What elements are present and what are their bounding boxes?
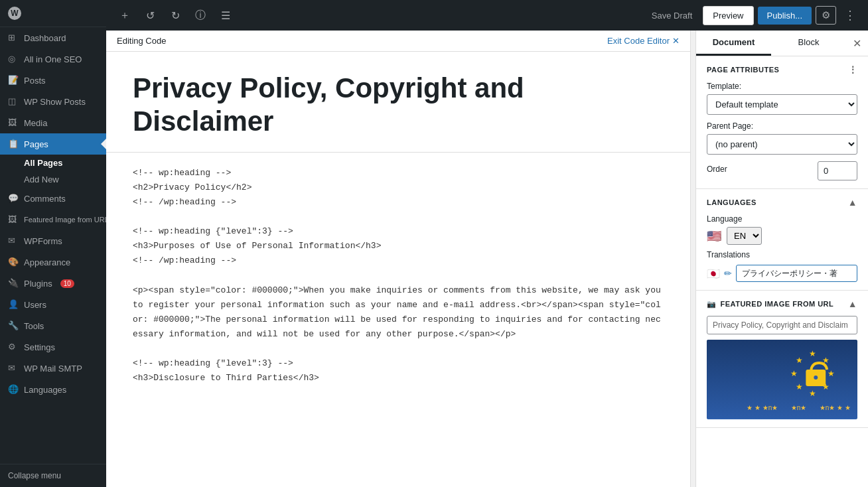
language-select[interactable]: EN (727, 227, 762, 245)
sidebar-item-label: Pages (24, 139, 48, 149)
languages-chevron[interactable]: ▲ (848, 197, 857, 208)
sidebar-item-label: Comments (24, 194, 66, 204)
right-panel: Document Block ✕ Page Attributes ⋮ Templ… (695, 31, 868, 487)
sidebar-item-label: Media (24, 118, 47, 128)
tab-block[interactable]: Block (771, 31, 846, 56)
exit-close-icon: ✕ (672, 36, 680, 46)
undo-button[interactable]: ↺ (139, 5, 161, 26)
languages-label: Languages (707, 198, 757, 206)
order-input[interactable] (818, 161, 857, 180)
settings-gear-button[interactable]: ⚙ (816, 6, 836, 25)
tab-document[interactable]: Document (696, 31, 771, 56)
code-editor-container: Editing Code Exit Code Editor ✕ Privacy … (106, 31, 690, 487)
page-title-area: Privacy Policy, Copyright and Disclaimer (106, 52, 690, 153)
featured-image-url-input[interactable] (707, 316, 857, 334)
sidebar-item-media[interactable]: 🖼 Media (0, 112, 106, 133)
featured-image-chevron[interactable]: ▲ (848, 299, 857, 309)
code-content-area[interactable]: Privacy Policy, Copyright and Disclaimer… (106, 52, 690, 487)
plugins-icon: 🔌 (8, 278, 19, 289)
editor-body: Editing Code Exit Code Editor ✕ Privacy … (106, 31, 868, 487)
svg-rect-0 (707, 340, 857, 419)
page-attributes-header: Page Attributes ⋮ (707, 64, 857, 75)
code-editor-textarea[interactable]: <!-- wp:heading --> <h2>Privacy Policy</… (106, 153, 690, 399)
sidebar-sub-all-pages[interactable]: All Pages (0, 155, 106, 171)
sidebar-item-settings[interactable]: ⚙ Settings (0, 336, 106, 358)
translation-input[interactable] (736, 265, 857, 282)
dashboard-icon: ⊞ (8, 33, 19, 43)
page-attributes-label: Page Attributes (707, 66, 779, 74)
featured-image-header: 📷 Featured Image from URL ▲ (707, 299, 857, 309)
redo-button[interactable]: ↻ (165, 5, 186, 26)
translation-edit-icon[interactable]: ✏ (724, 268, 732, 279)
panel-close-button[interactable]: ✕ (846, 31, 868, 56)
featured-image-inner: ★ ★ ★ ★ ★ ★ ★ ★ (707, 340, 857, 419)
sidebar-item-label: All in One SEO (24, 54, 82, 64)
sidebar-item-appearance[interactable]: 🎨 Appearance (0, 251, 106, 273)
sidebar-item-label: Tools (24, 321, 44, 331)
sidebar-item-featured-image-from-url[interactable]: 🖼 Featured Image from URL (0, 209, 106, 230)
svg-text:★: ★ (809, 349, 816, 358)
exit-code-editor-button[interactable]: Exit Code Editor ✕ (607, 36, 680, 46)
appearance-icon: 🎨 (8, 257, 19, 267)
add-block-button[interactable]: ＋ (114, 5, 135, 26)
sidebar-item-posts[interactable]: 📝 Posts (0, 70, 106, 91)
page-attributes-chevron[interactable]: ⋮ (848, 64, 858, 75)
sidebar-item-wp-show-posts[interactable]: ◫ WP Show Posts (0, 91, 106, 112)
sidebar-item-users[interactable]: 👤 Users (0, 294, 106, 315)
list-view-button[interactable]: ☰ (215, 5, 236, 26)
sidebar-item-languages[interactable]: 🌐 Languages (0, 379, 106, 400)
editing-code-label: Editing Code (117, 36, 166, 46)
panel-tabs: Document Block ✕ (696, 31, 868, 56)
svg-text:★: ★ (828, 369, 835, 378)
comments-icon: 💬 (8, 193, 19, 204)
block-info-button[interactable]: ⓘ (190, 5, 211, 26)
save-draft-button[interactable]: Save Draft (645, 7, 699, 25)
jp-flag-icon: 🇯🇵 (707, 267, 720, 280)
mail-smtp-icon: ✉ (8, 363, 19, 374)
svg-point-10 (814, 376, 818, 380)
translations-label: Translations (707, 250, 857, 259)
publish-button[interactable]: Publish... (758, 7, 812, 25)
order-label: Order (707, 165, 727, 174)
sidebar-item-wp-mail-smtp[interactable]: ✉ WP Mail SMTP (0, 358, 106, 379)
sidebar-item-tools[interactable]: 🔧 Tools (0, 315, 106, 336)
featured-image-icon: 🖼 (8, 214, 19, 225)
scrollbar-track[interactable] (690, 31, 695, 487)
sidebar-item-label: Posts (24, 76, 46, 86)
sidebar-item-label: Appearance (24, 257, 70, 267)
posts-icon: 📝 (8, 75, 19, 86)
sidebar-item-plugins[interactable]: 🔌 Plugins 10 (0, 273, 106, 294)
sidebar-item-pages[interactable]: 📋 Pages (0, 133, 106, 155)
template-select[interactable]: Default template (707, 94, 857, 115)
sidebar-item-label: Settings (24, 342, 55, 352)
sidebar: W ⊞ Dashboard ◎ All in One SEO 📝 Posts ◫… (0, 0, 106, 487)
sidebar-item-all-in-one-seo[interactable]: ◎ All in One SEO (0, 48, 106, 70)
sidebar-item-label: Plugins (24, 279, 52, 289)
more-options-button[interactable]: ⋮ (840, 5, 860, 25)
sidebar-sub-add-new[interactable]: Add New (0, 171, 106, 188)
settings-icon: ⚙ (8, 342, 19, 352)
sidebar-item-dashboard[interactable]: ⊞ Dashboard (0, 27, 106, 48)
wpforms-icon: ✉ (8, 236, 19, 246)
editor-toolbar: ＋ ↺ ↻ ⓘ ☰ Save Draft Preview Publish... … (106, 0, 868, 31)
users-icon: 👤 (8, 299, 19, 310)
plugins-badge: 10 (60, 279, 74, 288)
seo-icon: ◎ (8, 54, 19, 64)
template-label: Template: (707, 82, 857, 91)
sidebar-item-wpforms[interactable]: ✉ WPForms (0, 230, 106, 251)
collapse-menu-button[interactable]: Collapse menu (0, 464, 106, 487)
language-field-label: Language (707, 214, 857, 224)
sidebar-item-comments[interactable]: 💬 Comments (0, 188, 106, 209)
sidebar-item-label: Users (24, 300, 46, 310)
main-content: ＋ ↺ ↻ ⓘ ☰ Save Draft Preview Publish... … (106, 0, 868, 487)
sidebar-logo: W (0, 0, 106, 27)
translations-row: 🇯🇵 ✏ (707, 265, 857, 282)
language-row: 🇺🇸 EN (707, 227, 857, 245)
sidebar-item-label: Dashboard (24, 33, 66, 43)
preview-button[interactable]: Preview (703, 6, 753, 25)
sidebar-active-arrow (101, 139, 106, 149)
parent-page-select[interactable]: (no parent) (707, 134, 857, 155)
order-row: Order (707, 161, 857, 180)
code-editor-bar: Editing Code Exit Code Editor ✕ (106, 31, 690, 52)
svg-text:★: ★ (796, 356, 803, 365)
